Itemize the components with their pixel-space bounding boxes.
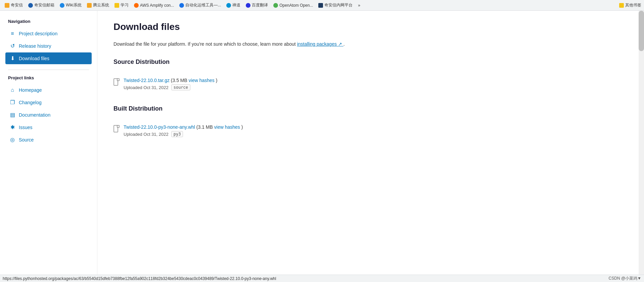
bookmark-qianxin-mail[interactable]: 奇安信邮箱 [26,2,56,9]
other-bookmarks-button[interactable]: 其他书签 [619,2,641,8]
navigation-title: Navigation [5,19,92,24]
bookmark-automation[interactable]: 自动化运维工具—... [177,2,223,9]
built-file-icon [113,125,120,134]
built-file-line: Twisted-22.10.0-py3-none-any.whl (3.1 MB… [124,124,243,130]
bookmarks-bar: 奇安信 奇安信邮箱 Wiki系统 腾云系统 学习 AWS Amplify con… [0,0,644,11]
download-icon: ⬇ [9,55,15,62]
source-distribution-section: Source Distribution Twisted-22.10.0.tar.… [113,58,383,93]
source-file-meta: Uploaded Oct 31, 2022 source [124,84,217,90]
sidebar-item-release-history[interactable]: ↺ Release history [5,40,92,52]
history-icon: ↺ [9,43,15,49]
source-tag: source [171,84,190,90]
built-distribution-section: Built Distribution Twisted-22.10.0-py3-n… [113,105,383,140]
py3-tag: py3 [171,131,183,137]
source-file-line: Twisted-22.10.0.tar.gz (3.5 MB view hash… [124,78,217,83]
sidebar-divider [8,70,89,70]
source-file-item: Twisted-22.10.0.tar.gz (3.5 MB view hash… [113,75,383,93]
status-bar: https://files.pythonhosted.org/packages/… [0,275,644,282]
main-content: Download files Download the file for you… [97,11,400,282]
built-file-link[interactable]: Twisted-22.10.0-py3-none-any.whl [124,124,196,130]
sidebar-item-source[interactable]: ◎ Source [5,134,92,146]
intro-paragraph: Download the file for your platform. If … [113,40,383,48]
sidebar-item-download-files[interactable]: ⬇ Download files [5,52,92,64]
source-distribution-title: Source Distribution [113,58,383,68]
built-file-details: Twisted-22.10.0-py3-none-any.whl (3.1 MB… [124,124,243,137]
bookmark-wiki[interactable]: Wiki系统 [58,2,84,9]
bookmark-baidu-translate[interactable]: 百度翻译 [244,2,270,9]
home-icon: ⌂ [9,87,15,93]
built-file-meta: Uploaded Oct 31, 2022 py3 [124,131,243,137]
bookmark-qianxin[interactable]: 奇安信 [3,2,25,9]
changelog-icon: ❐ [9,99,15,106]
documentation-icon: ▤ [9,112,15,118]
page-title: Download files [113,22,383,32]
status-right-text: CSDN @小菜鸡▼ [609,276,641,281]
bookmark-openatom[interactable]: OpenAtom Open... [271,2,315,8]
bookmark-aws[interactable]: AWS Amplify con... [132,2,176,8]
source-icon: ◎ [9,136,15,143]
sidebar-item-changelog[interactable]: ❐ Changelog [5,96,92,108]
bookmark-study[interactable]: 学习 [112,2,131,9]
source-file-link[interactable]: Twisted-22.10.0.tar.gz [124,78,171,83]
scrollbar-thumb[interactable] [639,11,644,51]
svg-rect-3 [117,125,119,127]
source-file-icon [113,78,120,87]
bookmark-qax-intranet[interactable]: 奇安信内网平台 [316,2,355,9]
description-icon: ≡ [9,31,15,37]
source-view-hashes-link[interactable]: view hashes [189,78,216,83]
page-container: Navigation ≡ Project description ↺ Relea… [0,11,644,282]
built-distribution-title: Built Distribution [113,105,383,115]
issues-icon: ✱ [9,124,15,130]
sidebar-item-homepage[interactable]: ⌂ Homepage [5,84,92,96]
built-file-item: Twisted-22.10.0-py3-none-any.whl (3.1 MB… [113,122,383,140]
sidebar-item-documentation[interactable]: ▤ Documentation [5,109,92,121]
sidebar-item-project-description[interactable]: ≡ Project description [5,28,92,39]
installing-packages-link[interactable]: installing packages ↗ [297,41,343,47]
built-view-hashes-link[interactable]: view hashes [214,124,241,130]
sidebar: Navigation ≡ Project description ↺ Relea… [0,11,97,282]
status-url: https://files.pythonhosted.org/packages/… [3,276,609,281]
project-links-title: Project links [5,75,92,80]
bookmarks-more-button[interactable]: » [357,2,362,8]
bookmark-tengyun[interactable]: 腾云系统 [85,2,111,9]
sidebar-item-issues[interactable]: ✱ Issues [5,121,92,133]
source-file-details: Twisted-22.10.0.tar.gz (3.5 MB view hash… [124,78,217,90]
scrollbar[interactable] [639,11,644,282]
bookmark-chandao[interactable]: 禅道 [224,2,242,9]
svg-rect-1 [117,79,119,81]
